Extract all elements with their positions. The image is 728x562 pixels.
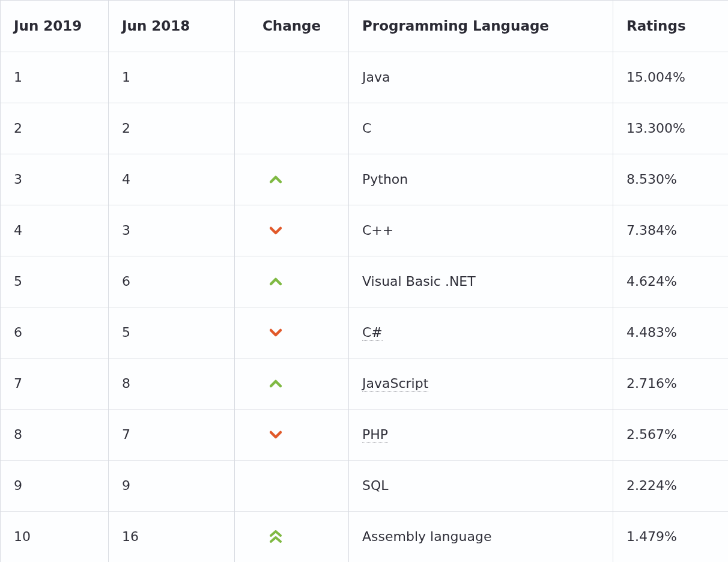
cell-rank-now: 2 (1, 103, 109, 154)
cell-rank-prev: 6 (109, 256, 235, 307)
cell-rank-now: 1 (1, 52, 109, 103)
cell-rating: 15.004% (613, 52, 729, 103)
table-row: 87PHP2.567% (1, 409, 729, 461)
cell-rating: 4.624% (613, 256, 729, 307)
col-header-ratings: Ratings (613, 1, 729, 52)
cell-rank-prev: 3 (109, 205, 235, 256)
cell-rank-now: 7 (1, 358, 109, 409)
col-header-language: Programming Language (349, 1, 613, 52)
language-label: C++ (362, 223, 393, 238)
table-row: 56Visual Basic .NET4.624% (1, 256, 729, 307)
double-chevron-up-icon (270, 530, 335, 543)
cell-rank-now: 5 (1, 256, 109, 307)
cell-rating: 7.384% (613, 205, 729, 256)
cell-change (235, 461, 349, 512)
cell-language: JavaScript (349, 358, 613, 409)
table-row: 11Java15.004% (1, 52, 729, 103)
cell-rank-now: 6 (1, 307, 109, 358)
language-label: Java (362, 70, 390, 85)
language-label: C# (362, 325, 383, 341)
cell-rank-prev: 4 (109, 154, 235, 205)
cell-language: SQL (349, 461, 613, 512)
cell-rating: 1.479% (613, 512, 729, 563)
cell-rank-prev: 7 (109, 409, 235, 461)
language-label: Visual Basic .NET (362, 274, 476, 289)
cell-rank-prev: 9 (109, 461, 235, 512)
language-label: PHP (362, 427, 388, 443)
language-label: Python (362, 172, 408, 187)
cell-rating: 13.300% (613, 103, 729, 154)
cell-change (235, 205, 349, 256)
language-label: Assembly language (362, 529, 491, 544)
cell-rating: 2.224% (613, 461, 729, 512)
cell-language: C++ (349, 205, 613, 256)
cell-language: Python (349, 154, 613, 205)
cell-rating: 2.716% (613, 358, 729, 409)
language-label: C (362, 121, 371, 136)
table-row: 78JavaScript2.716% (1, 358, 729, 409)
table-row: 34Python8.530% (1, 154, 729, 205)
cell-change (235, 154, 349, 205)
cell-language: Java (349, 52, 613, 103)
cell-rank-prev: 8 (109, 358, 235, 409)
cell-language: C# (349, 307, 613, 358)
chevron-up-icon (270, 175, 335, 184)
table-row: 1016Assembly language1.479% (1, 512, 729, 563)
cell-change (235, 512, 349, 563)
chevron-down-icon (270, 328, 335, 337)
chevron-down-icon (270, 226, 335, 235)
table-row: 43C++7.384% (1, 205, 729, 256)
cell-language: Visual Basic .NET (349, 256, 613, 307)
chevron-up-icon (270, 379, 335, 388)
cell-rating: 4.483% (613, 307, 729, 358)
table-header-row: Jun 2019 Jun 2018 Change Programming Lan… (1, 1, 729, 52)
table-row: 22C13.300% (1, 103, 729, 154)
chevron-down-icon (270, 431, 335, 439)
cell-rating: 8.530% (613, 154, 729, 205)
cell-change (235, 409, 349, 461)
cell-rank-prev: 16 (109, 512, 235, 563)
language-label: JavaScript (362, 376, 428, 392)
cell-language: Assembly language (349, 512, 613, 563)
col-header-rank-now: Jun 2019 (1, 1, 109, 52)
chevron-up-icon (270, 277, 335, 286)
cell-rank-now: 4 (1, 205, 109, 256)
cell-language: C (349, 103, 613, 154)
cell-rank-now: 3 (1, 154, 109, 205)
cell-rank-prev: 5 (109, 307, 235, 358)
cell-rank-prev: 2 (109, 103, 235, 154)
cell-change (235, 256, 349, 307)
cell-change (235, 103, 349, 154)
rankings-table: Jun 2019 Jun 2018 Change Programming Lan… (0, 0, 728, 562)
language-label: SQL (362, 478, 389, 493)
table-row: 65C#4.483% (1, 307, 729, 358)
table-row: 99SQL2.224% (1, 461, 729, 512)
col-header-change: Change (235, 1, 349, 52)
cell-rating: 2.567% (613, 409, 729, 461)
col-header-rank-prev: Jun 2018 (109, 1, 235, 52)
cell-rank-now: 8 (1, 409, 109, 461)
cell-rank-now: 10 (1, 512, 109, 563)
cell-rank-prev: 1 (109, 52, 235, 103)
cell-change (235, 358, 349, 409)
cell-rank-now: 9 (1, 461, 109, 512)
cell-change (235, 307, 349, 358)
cell-change (235, 52, 349, 103)
cell-language: PHP (349, 409, 613, 461)
